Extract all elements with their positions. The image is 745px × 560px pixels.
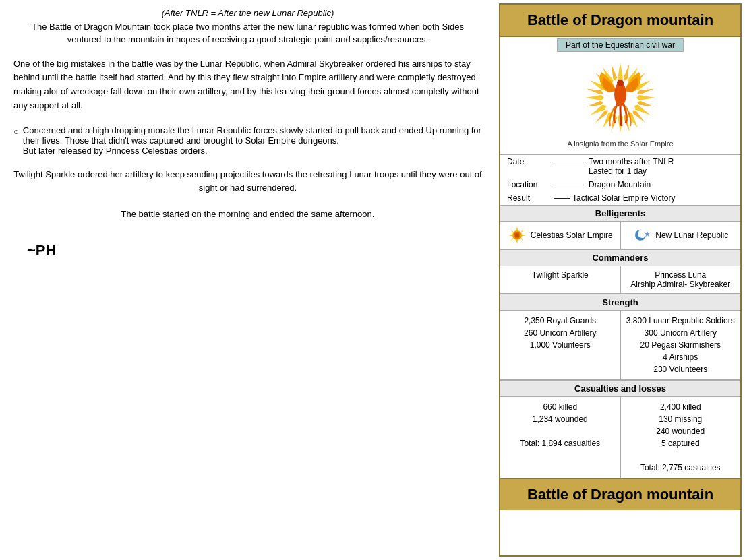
belligerent2-name: New Lunar Republic (655, 230, 728, 240)
svg-marker-28 (516, 239, 518, 244)
infobox: Battle of Dragon mountain Part of the Eq… (499, 3, 742, 557)
strength2-cell: 3,800 Lunar Republic Soldiers 300 Unicor… (621, 311, 741, 379)
svg-marker-9 (585, 95, 604, 100)
section4-text: The battle started on the morning and en… (13, 208, 482, 222)
date-label: Date (507, 157, 551, 166)
svg-marker-0 (618, 63, 623, 82)
date-dash: ———— (554, 157, 586, 166)
svg-marker-34 (520, 237, 524, 242)
image-caption: A insignia from the Solar Empire (500, 139, 740, 152)
svg-marker-27 (516, 226, 518, 231)
belligerent2-cell: New Lunar Republic (621, 222, 741, 249)
result-text: Tactical Solar Empire Victory (572, 193, 734, 203)
intro-body: The Battle of Dragon Mountain took place… (13, 20, 482, 46)
svg-marker-37 (645, 231, 650, 237)
svg-marker-32 (520, 228, 524, 233)
casualties-header: Casualties and losses (500, 380, 740, 397)
date-row: Date ———— Two months after TNLR Lasted f… (500, 155, 740, 178)
intro-italic: (After TNLR = After the new Lunar Republ… (13, 7, 482, 20)
section2-text: Concerned and a high dropping morale the… (23, 125, 482, 156)
infobox-title: Battle of Dragon mountain (500, 5, 740, 37)
section1: One of the big mistakes in the battle wa… (13, 57, 482, 113)
strength-header: Strength (500, 294, 740, 311)
main-content: (After TNLR = After the new Lunar Republ… (0, 0, 496, 560)
svg-point-25 (617, 80, 624, 86)
date-text: Two months after TNLR Lasted for 1 day (589, 157, 734, 176)
casualties-row: 660 killed 1,234 wounded Total: 1,894 ca… (500, 397, 740, 478)
commander2-cell: Princess Luna Airship Admiral- Skybreake… (621, 266, 741, 293)
location-dash: ———— (554, 180, 586, 189)
bullet-dot: ○ (13, 127, 19, 137)
location-row: Location ———— Dragon Mountain (500, 178, 740, 191)
lunar-republic-icon (632, 226, 651, 245)
result-label: Result (507, 193, 551, 203)
svg-marker-3 (636, 95, 655, 100)
svg-marker-31 (510, 228, 514, 233)
section4: The battle started on the morning and en… (13, 208, 482, 222)
infobox-subtitle: Part of the Equestrian civil war (500, 37, 740, 53)
casualties2-cell: 2,400 killed 130 missing 240 wounded 5 c… (621, 397, 741, 478)
svg-marker-30 (521, 235, 526, 237)
svg-point-36 (515, 233, 519, 237)
result-value: —— Tactical Solar Empire Victory (551, 193, 734, 203)
signature: ~PH (27, 242, 482, 259)
location-value: ———— Dragon Mountain (551, 180, 734, 189)
afternoon-underline: afternoon (335, 209, 372, 219)
strength1-cell: 2,350 Royal Guards 260 Unicorn Artillery… (500, 311, 621, 379)
casualties1-cell: 660 killed 1,234 wounded Total: 1,894 ca… (500, 397, 621, 478)
svg-marker-29 (508, 235, 513, 237)
infobox-footer: Battle of Dragon mountain (500, 478, 740, 510)
section2-block: ○ Concerned and a high dropping morale t… (13, 125, 482, 156)
location-text: Dragon Mountain (589, 180, 734, 189)
commanders-row: Twilight Sparkle Princess Luna Airship A… (500, 266, 740, 294)
phoenix-image (573, 59, 667, 139)
belligerents-header: Belligerents (500, 205, 740, 222)
solar-empire-icon (508, 226, 527, 245)
belligerent1-name: Celestias Solar Empire (531, 230, 613, 240)
commanders-header: Commanders (500, 249, 740, 266)
section3: Twilight Sparkle ordered her artillery t… (13, 168, 482, 196)
result-dash: —— (554, 193, 570, 203)
date-value: ———— Two months after TNLR Lasted for 1 … (551, 157, 734, 176)
infobox-image-area: A insignia from the Solar Empire (500, 53, 740, 154)
intro-block: (After TNLR = After the new Lunar Republ… (13, 7, 482, 46)
result-row: Result —— Tactical Solar Empire Victory (500, 191, 740, 205)
belligerents-row: Celestias Solar Empire New Lunar Republi… (500, 222, 740, 249)
strength-row: 2,350 Royal Guards 260 Unicorn Artillery… (500, 311, 740, 380)
location-label: Location (507, 180, 551, 189)
commander1-cell: Twilight Sparkle (500, 266, 621, 293)
svg-marker-33 (510, 237, 514, 242)
belligerent1-cell: Celestias Solar Empire (500, 222, 621, 249)
